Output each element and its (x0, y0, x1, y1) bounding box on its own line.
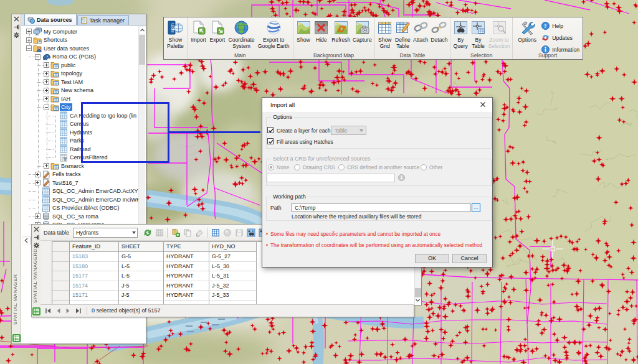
ribbon-button-refresh[interactable]: Refresh (331, 20, 350, 43)
tree-item-my-computer[interactable]: My Computer (22, 27, 138, 36)
ribbon-button-by-table[interactable]: By Table (470, 20, 486, 49)
ok-button[interactable]: OK (415, 254, 449, 263)
fill-hatches-checkbox[interactable] (267, 138, 274, 144)
crs-drawing-radio[interactable] (294, 164, 300, 170)
grid-cell[interactable]: L-5 (119, 262, 164, 272)
path-input[interactable]: C:\Temp (292, 203, 470, 212)
scrollbar-thumb[interactable] (415, 288, 421, 298)
collapse-icon[interactable] (26, 45, 32, 51)
grid-column-header[interactable]: HYD_NO (209, 242, 257, 252)
grid-row-header[interactable] (52, 291, 70, 301)
dialog-titlebar[interactable]: Import all (262, 98, 492, 112)
grid-cell[interactable]: G-5_27 (209, 252, 257, 262)
expand-icon[interactable] (35, 213, 40, 219)
grid-row-header[interactable] (52, 281, 70, 291)
grid-cell[interactable]: HYDRANT (164, 281, 209, 291)
dt-table-gray-icon[interactable] (155, 228, 164, 237)
grid-column-header[interactable]: Feature_ID (70, 242, 119, 252)
grid-cell[interactable]: L-5_31 (209, 271, 257, 281)
gear-icon[interactable] (13, 32, 20, 39)
collapse-icon[interactable] (35, 54, 40, 60)
grid-cell[interactable]: J-5 (119, 291, 164, 301)
dt-copy-icon[interactable] (183, 228, 192, 237)
dt-sphere-icon[interactable] (223, 228, 232, 237)
crs-none-radio[interactable] (268, 164, 274, 170)
scroll-up-icon[interactable] (139, 26, 145, 34)
ribbon-button-export[interactable]: Export (209, 20, 225, 43)
dt-save-icon[interactable] (235, 228, 244, 237)
grid-cell[interactable]: L-5_30 (209, 262, 257, 272)
tree-item-test-iam[interactable]: Test IAM (22, 78, 138, 86)
grid-column-header[interactable]: TYPE (164, 242, 209, 252)
expand-icon[interactable] (26, 37, 32, 43)
grid-cell[interactable]: J-5_33 (209, 291, 257, 301)
close-icon[interactable] (13, 16, 20, 22)
crs-other-source-radio[interactable] (338, 164, 345, 170)
grid-cell[interactable]: 15174 (70, 281, 119, 291)
grid-cell[interactable]: HYDRANT (164, 291, 209, 301)
grid-cell[interactable]: G-5 (119, 252, 164, 262)
ribbon-button-show[interactable]: Show (296, 20, 312, 43)
tree-item-roma-oc-pgis[interactable]: Roma OC (PGIS) (22, 53, 138, 62)
cancel-button[interactable]: Cancel (452, 254, 487, 263)
tree-item-sql-oc-admin-emercad-inciwkb[interactable]: SQL_OC_Admin EmerCAD InciWKB (22, 195, 138, 204)
ribbon-button-help[interactable]: ?Help (541, 20, 579, 32)
ribbon-button-hide[interactable]: Hide (313, 20, 329, 43)
expand-icon[interactable] (26, 29, 32, 34)
expand-icon[interactable] (35, 180, 40, 185)
nav-last-icon[interactable] (74, 307, 82, 315)
expand-icon[interactable] (44, 71, 49, 77)
ribbon-button-attach[interactable]: Attach (413, 20, 429, 43)
grid-cell[interactable]: J-5 (119, 281, 164, 291)
grid-cell[interactable]: J-5_32 (209, 281, 257, 291)
tree-item-new-schema[interactable]: New schema (22, 86, 138, 95)
tree-item-sql-oc-admin-emercad-actxy-o[interactable]: SQL_OC_Admin EmerCAD.ActXY (O (22, 187, 138, 196)
dt-add-icon[interactable] (171, 228, 180, 237)
scroll-down-icon[interactable] (415, 297, 421, 305)
dt-eraser-icon[interactable] (195, 228, 204, 237)
close-icon[interactable] (33, 226, 40, 233)
tree-item-test516-7[interactable]: Test516_7 (22, 179, 138, 187)
table-selector-combo[interactable]: Hydrants (73, 228, 138, 238)
grid-cell[interactable]: 15180 (70, 262, 119, 272)
expand-icon[interactable] (44, 79, 49, 85)
ribbon-button-options[interactable]: Options (513, 17, 541, 55)
dt-grid-blue-icon[interactable] (211, 228, 220, 237)
tab-data-sources[interactable]: Data sources (24, 14, 77, 25)
ribbon-button-coordinate-system[interactable]: Coordinate System (229, 20, 255, 49)
nav-first-icon[interactable] (44, 307, 52, 315)
ribbon-button-show-palette[interactable]: spmShow Palette (167, 20, 184, 49)
ribbon-button-define-table[interactable]: Define Table (395, 20, 411, 49)
dt-export1-icon[interactable] (247, 228, 255, 237)
tree-item-public[interactable]: public (22, 61, 138, 70)
expand-icon[interactable] (44, 88, 49, 93)
ribbon-button-show-grid[interactable]: Show Grid (377, 20, 393, 49)
dt-refresh-icon[interactable] (143, 228, 152, 237)
grid-cell[interactable]: L-5 (119, 271, 164, 281)
browse-button[interactable]: ... (472, 203, 480, 212)
grid-cell[interactable]: 15171 (70, 291, 119, 301)
ribbon-button-updates[interactable]: Updates (541, 32, 579, 44)
tree-item-fells-tracks[interactable]: Fells tracks (22, 170, 138, 179)
grid-column-header[interactable]: SHEET (119, 242, 164, 252)
create-layer-checkbox[interactable] (267, 127, 274, 133)
ribbon-button-export-to-google-earth[interactable]: Export to Google Earth (258, 20, 290, 49)
expand-icon[interactable] (44, 62, 49, 68)
grid-row-header[interactable] (52, 262, 70, 272)
tree-item-shortcuts[interactable]: Shortcuts (22, 36, 138, 45)
close-icon[interactable] (478, 100, 487, 109)
ribbon-button-detach[interactable]: Detach (431, 20, 447, 43)
grid-cell[interactable]: HYDRANT (164, 252, 209, 262)
grid-cell[interactable]: 15183 (70, 252, 119, 262)
ribbon-button-by-query[interactable]: By Query (453, 20, 469, 49)
tab-task-manager[interactable]: Task manager (77, 15, 130, 25)
pin-icon[interactable] (13, 24, 20, 30)
tree-item-user-data-sources[interactable]: User data sources (22, 44, 138, 53)
grid-row-header[interactable] (52, 252, 70, 262)
ribbon-button-capture[interactable]: Capture (353, 20, 372, 43)
nav-next-icon[interactable] (64, 307, 72, 315)
expand-icon[interactable] (44, 163, 49, 169)
nav-prev-icon[interactable] (54, 307, 62, 315)
grid-cell[interactable]: HYDRANT (164, 262, 209, 272)
tree-item-bismarck[interactable]: Bismarck (22, 162, 138, 170)
